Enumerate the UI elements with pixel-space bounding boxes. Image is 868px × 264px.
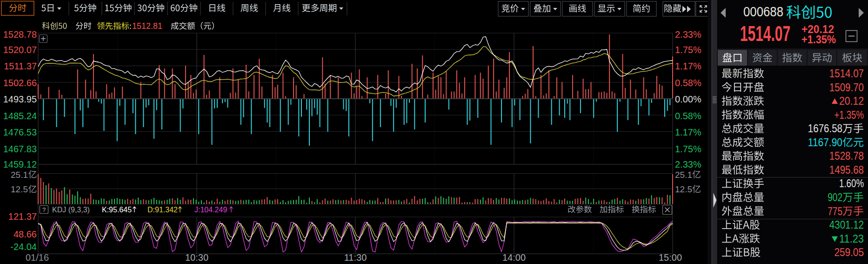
svg-text:1512.81: 1512.81 xyxy=(132,21,162,31)
svg-text:0.00%: 0.00% xyxy=(675,94,701,104)
svg-text:-24.04: -24.04 xyxy=(10,242,37,252)
svg-text:K:95.645: K:95.645 xyxy=(102,206,132,214)
svg-text:01/16: 01/16 xyxy=(26,252,49,263)
svg-text:1.75%: 1.75% xyxy=(675,45,701,55)
svg-text:1528.78: 1528.78 xyxy=(829,150,864,162)
svg-text:+1.35%: +1.35% xyxy=(834,109,864,121)
svg-text:1502.66: 1502.66 xyxy=(3,78,37,88)
svg-text:1.17%: 1.17% xyxy=(675,61,701,71)
svg-text:1.75%: 1.75% xyxy=(675,144,701,154)
svg-text:1509.70: 1509.70 xyxy=(829,81,864,94)
svg-text:1.60%: 1.60% xyxy=(839,177,864,190)
svg-text:2.33%: 2.33% xyxy=(675,159,701,169)
svg-text:11.23: 11.23 xyxy=(839,233,864,245)
svg-text:1676.58: 1676.58 xyxy=(808,122,842,135)
svg-text:J:104.249: J:104.249 xyxy=(194,206,227,214)
svg-text:12.5: 12.5 xyxy=(675,184,692,194)
svg-text:1520.07: 1520.07 xyxy=(3,45,37,55)
svg-text:25.1: 25.1 xyxy=(675,170,692,180)
svg-text:1.17%: 1.17% xyxy=(675,127,701,137)
svg-text:121.37: 121.37 xyxy=(8,211,37,222)
svg-text:14:00: 14:00 xyxy=(502,252,526,263)
svg-text:+1.35%: +1.35% xyxy=(801,34,836,46)
svg-text:4301.12: 4301.12 xyxy=(829,219,864,231)
svg-text:1528.78: 1528.78 xyxy=(3,29,37,40)
svg-text:0.58%: 0.58% xyxy=(675,78,701,88)
svg-text:1459.12: 1459.12 xyxy=(3,159,37,169)
svg-text:25.1: 25.1 xyxy=(11,170,28,180)
svg-text:1514.07: 1514.07 xyxy=(740,21,790,46)
svg-text:KDJ (9,3,3): KDJ (9,3,3) xyxy=(52,206,90,214)
svg-text:1495.68: 1495.68 xyxy=(829,164,864,176)
svg-text:11:30: 11:30 xyxy=(344,252,367,263)
svg-text:000688: 000688 xyxy=(743,4,783,19)
svg-text:?: ? xyxy=(42,206,46,213)
svg-text:1476.53: 1476.53 xyxy=(3,127,37,137)
svg-text:15:00: 15:00 xyxy=(659,252,682,263)
svg-text:20.12: 20.12 xyxy=(839,95,864,107)
svg-text:48.66: 48.66 xyxy=(13,229,37,239)
svg-text:12.5: 12.5 xyxy=(11,184,28,194)
svg-text:1493.95: 1493.95 xyxy=(3,94,37,104)
svg-text:775: 775 xyxy=(828,205,842,217)
svg-text:0.58%: 0.58% xyxy=(675,111,701,121)
svg-text:259.05: 259.05 xyxy=(834,246,864,258)
svg-text:2.33%: 2.33% xyxy=(675,29,701,40)
svg-text:1485.24: 1485.24 xyxy=(3,111,37,121)
svg-text:1167.90: 1167.90 xyxy=(808,136,842,149)
svg-text:10:30: 10:30 xyxy=(185,252,208,263)
svg-text:1511.37: 1511.37 xyxy=(4,61,37,71)
svg-text:902: 902 xyxy=(828,191,842,203)
svg-text:D:91.342: D:91.342 xyxy=(147,206,178,214)
svg-text:1514.07: 1514.07 xyxy=(829,68,864,80)
svg-text:1467.83: 1467.83 xyxy=(3,144,37,154)
